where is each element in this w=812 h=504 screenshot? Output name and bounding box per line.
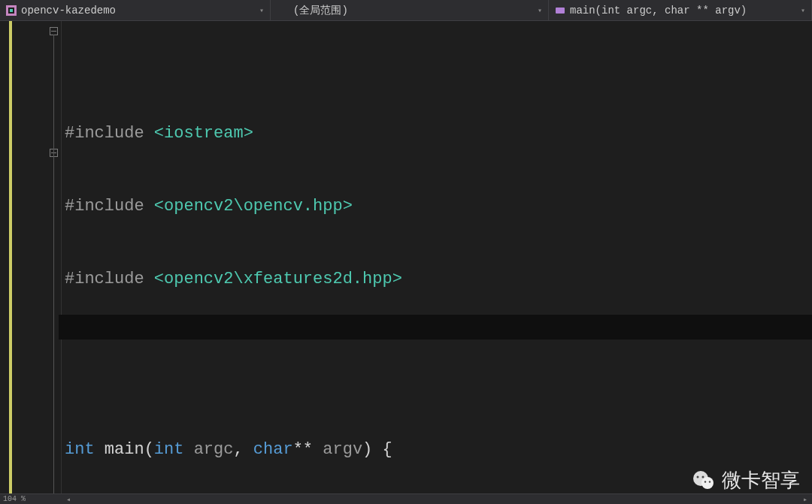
fold-column (48, 21, 62, 504)
svg-point-8 (704, 481, 706, 482)
svg-point-9 (709, 481, 710, 482)
code-line: #include <opencv2\opencv.hpp> (65, 195, 812, 219)
watermark-text: 微卡智享 (722, 467, 800, 493)
modification-bar (9, 21, 12, 504)
svg-rect-3 (556, 8, 565, 14)
blank-line (65, 340, 812, 364)
watermark: 微卡智享 (692, 467, 800, 493)
horizontal-scrollbar[interactable]: ◂ ▸ (62, 493, 812, 504)
svg-point-5 (701, 477, 714, 489)
scroll-left-button[interactable]: ◂ (62, 494, 75, 505)
svg-rect-2 (10, 9, 13, 12)
scope-label: (全局范围) (293, 4, 348, 17)
chevron-down-icon: ▾ (538, 6, 542, 15)
svg-point-6 (697, 475, 699, 478)
fold-guideline (53, 35, 54, 504)
context-breadcrumb-bar: opencv-kazedemo ▾ (全局范围) ▾ main(int argc… (0, 0, 812, 21)
wechat-icon (692, 469, 716, 493)
code-content[interactable]: #include <iostream> #include <opencv2\op… (62, 21, 812, 504)
code-line: #include <opencv2\xfeatures2d.hpp> (65, 267, 812, 291)
function-dropdown[interactable]: main(int argc, char ** argv) ▾ (549, 0, 812, 20)
chevron-down-icon: ▾ (259, 6, 264, 15)
code-line: #include <iostream> (65, 122, 812, 146)
scroll-right-button[interactable]: ▸ (798, 494, 812, 505)
svg-point-7 (702, 475, 704, 478)
chevron-down-icon: ▾ (801, 6, 805, 15)
function-signature: main(int argc, char ** argv) (570, 5, 747, 17)
zoom-level[interactable]: 104 % (0, 493, 62, 504)
cpp-project-icon (6, 5, 17, 16)
code-editor[interactable]: #include <iostream> #include <opencv2\op… (0, 21, 812, 504)
code-line: int main(int argc, char** argv) { (65, 438, 812, 462)
editor-gutter (0, 21, 62, 504)
project-name: opencv-kazedemo (21, 5, 116, 17)
current-line-highlight (59, 315, 812, 340)
scope-dropdown[interactable]: (全局范围) ▾ (271, 0, 549, 20)
function-icon (555, 5, 565, 16)
project-dropdown[interactable]: opencv-kazedemo ▾ (0, 0, 271, 20)
